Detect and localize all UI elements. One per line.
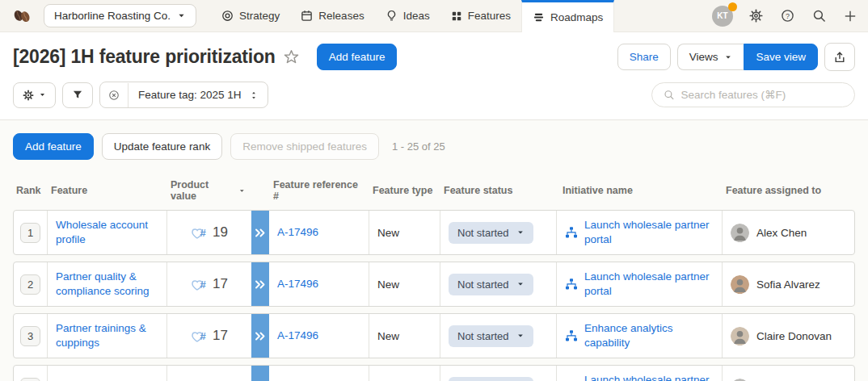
rank-badge: 2 [20, 274, 40, 295]
initiative-link[interactable]: Enhance analytics capability [584, 321, 714, 350]
feature-type-cell: New [369, 262, 440, 306]
nav-item-roadmaps[interactable]: Roadmaps [521, 0, 614, 32]
feature-cell: Wholesale account profile [47, 211, 166, 254]
status-dropdown[interactable]: Not started [449, 377, 533, 381]
status-dropdown[interactable]: Not started [449, 222, 533, 244]
nav-item-strategy[interactable]: Strategy [211, 0, 290, 31]
sort-desc-icon [238, 187, 246, 195]
table-row: 2 Partner quality & compliance scoring #… [13, 262, 855, 307]
grid-icon [451, 10, 462, 22]
col-header-product-value[interactable]: Product value [166, 179, 251, 202]
score-heart-icon: # [191, 226, 209, 240]
export-button[interactable] [824, 43, 855, 71]
reference-cell: A-17496 [269, 262, 369, 306]
table-row: 3 Partner trainings & cuppings # 17 A-17… [13, 313, 855, 358]
initiative-cell: Launch wholesale partner portal [556, 211, 722, 254]
assignee-cell: Claire Donovan [722, 314, 854, 358]
target-icon [221, 10, 234, 22]
feature-type-cell: New [369, 314, 440, 358]
search-icon [664, 89, 675, 101]
rank-cell: 1 [14, 211, 47, 254]
user-avatar[interactable]: KT [712, 6, 733, 27]
workspace-name: Harborline Roasting Co. [54, 10, 171, 22]
feature-link[interactable]: Partner trainings & cuppings [56, 321, 158, 350]
workspace-selector[interactable]: Harborline Roasting Co. [44, 4, 196, 27]
filter-text: Feature tag: 2025 1H [138, 89, 242, 101]
nav-item-ideas[interactable]: Ideas [375, 0, 440, 31]
save-view-button[interactable]: Save view [744, 44, 818, 70]
add-plus-icon[interactable] [842, 8, 858, 24]
feature-link[interactable]: Partner quality & compliance scoring [56, 270, 158, 298]
top-nav-bar: Harborline Roasting Co. Strategy Release… [0, 0, 868, 32]
assignee-name: Claire Donovan [756, 330, 832, 342]
nav-item-releases[interactable]: Releases [290, 0, 374, 31]
nav-label: Releases [318, 10, 364, 22]
favorite-star-icon[interactable] [284, 49, 299, 65]
views-dropdown[interactable]: Views [677, 44, 744, 70]
share-button[interactable]: Share [617, 44, 671, 70]
initiative-org-icon [565, 226, 578, 239]
feature-reference-link[interactable]: A-17496 [277, 225, 318, 240]
feature-type-cell: New [369, 366, 440, 381]
lightbulb-icon [386, 10, 398, 22]
filter-button[interactable] [62, 82, 93, 108]
feature-reference-link[interactable]: A-17496 [277, 277, 318, 291]
initiative-link[interactable]: Launch wholesale partner portal [584, 270, 714, 298]
score-heart-icon: # [191, 329, 209, 343]
feature-reference-link[interactable]: A-17496 [277, 329, 318, 343]
export-icon [833, 51, 846, 64]
remove-filter-icon[interactable] [100, 83, 129, 107]
remove-shipped-features-button[interactable]: Remove shipped features [230, 133, 379, 160]
chevron-down-icon [724, 53, 732, 61]
reference-cell: A-17496 [269, 211, 369, 254]
status-label: Not started [457, 330, 509, 342]
view-settings-button[interactable] [13, 82, 56, 108]
nav-label: Roadmaps [550, 11, 603, 23]
status-dropdown[interactable]: Not started [449, 274, 533, 295]
table-header: Rank Feature Product value Feature refer… [13, 179, 855, 202]
initiative-link[interactable]: Launch wholesale partner portal [584, 218, 714, 246]
product-value: 17 [213, 276, 228, 292]
product-value: 17 [213, 328, 228, 344]
rank-cell: 4 [14, 366, 47, 381]
add-feature-button[interactable]: Add feature [13, 133, 94, 160]
status-dropdown[interactable]: Not started [449, 325, 533, 347]
avatar-initials: KT [717, 11, 727, 20]
feature-status-cell: Not started [440, 314, 556, 358]
initiative-cell: Launch wholesale partner portal [556, 262, 722, 306]
assignee-avatar [731, 275, 749, 294]
settings-gear-icon[interactable] [748, 7, 765, 24]
feature-status-cell: Not started [440, 262, 556, 306]
update-feature-rank-button[interactable]: Update feature rank [102, 133, 222, 160]
nav-label: Strategy [239, 10, 280, 22]
rank-cell: 2 [14, 262, 47, 306]
expand-columns-band[interactable] [251, 314, 269, 358]
expand-columns-band[interactable] [251, 211, 269, 254]
coffee-logo-icon[interactable] [11, 6, 32, 27]
search-icon[interactable] [811, 7, 828, 24]
col-header-initiative: Initiative name [555, 179, 721, 202]
initiative-org-icon [565, 329, 578, 342]
expand-columns-band[interactable] [251, 262, 269, 306]
score-heart-icon: # [191, 278, 209, 291]
feature-tag-filter-value[interactable]: Feature tag: 2025 1H [129, 82, 268, 107]
views-label: Views [689, 51, 718, 63]
double-chevron-right-icon [255, 331, 266, 341]
rank-badge: 4 [20, 378, 40, 381]
rank-badge: 1 [20, 223, 40, 243]
product-value-cell: # 17 [166, 314, 251, 358]
search-features-input[interactable] [681, 89, 843, 101]
table-row: 1 Wholesale account profile # 19 A-17496… [13, 210, 855, 255]
feature-link[interactable]: Wholesale account profile [56, 218, 158, 246]
initiative-link[interactable]: Launch wholesale partner portal [584, 373, 714, 381]
help-icon[interactable]: ? [779, 7, 796, 24]
svg-text:#: # [200, 278, 207, 291]
reference-cell: A-17496 [269, 314, 369, 358]
product-value-cell: # 16 [166, 366, 251, 381]
nav-label: Ideas [403, 10, 430, 22]
nav-item-features[interactable]: Features [440, 0, 521, 31]
assignee-cell: Alex Chen [722, 366, 854, 381]
expand-columns-band[interactable] [251, 366, 269, 381]
add-feature-button[interactable]: Add feature [317, 44, 398, 70]
assignee-avatar [731, 224, 749, 242]
